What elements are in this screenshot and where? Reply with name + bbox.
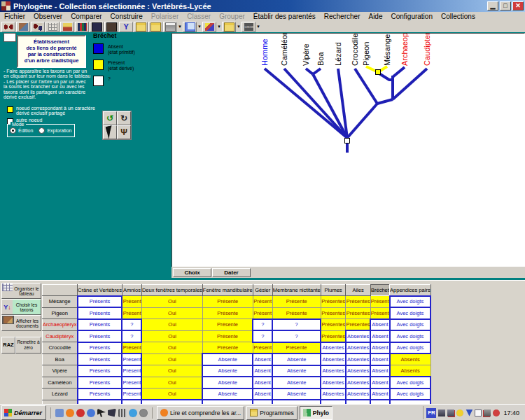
- matrix-cell[interactable]: Présents: [78, 330, 122, 342]
- column-header-crâne-et-vertèbres[interactable]: Crâne et Vertèbres: [78, 285, 122, 296]
- matrix-cell[interactable]: ?: [272, 330, 321, 342]
- taxon-button-caméléon[interactable]: Caméléon: [43, 377, 78, 388]
- matrix-cell[interactable]: Présent: [122, 388, 141, 400]
- media-player-icon[interactable]: [139, 409, 148, 417]
- matrix-cell[interactable]: Présents: [78, 307, 122, 319]
- taxon-label-vipère[interactable]: Vipère: [302, 43, 310, 66]
- matrix-cell[interactable]: Absentes: [346, 354, 370, 365]
- matrix-cell[interactable]: Présent: [370, 296, 389, 308]
- choix-icon-button[interactable]: [241, 22, 255, 32]
- matrix-cell[interactable]: Absente: [272, 354, 321, 365]
- taxon-button-vipère[interactable]: Vipère: [43, 365, 78, 377]
- menu-item-configuration[interactable]: Configuration: [386, 13, 436, 20]
- matrix-cell[interactable]: Avec doigts: [390, 330, 431, 342]
- matrix-cell[interactable]: Présente: [272, 296, 321, 308]
- rotate-icon[interactable]: ↻: [117, 111, 131, 125]
- draw-icon-button[interactable]: [202, 22, 216, 32]
- matrix-cell[interactable]: Absentes: [346, 342, 370, 354]
- matrix-cell[interactable]: Présents: [78, 388, 122, 400]
- matrix-cell[interactable]: Présentes: [321, 307, 346, 319]
- column-header-bréchet[interactable]: Bréchet: [370, 285, 389, 296]
- matrix-cell[interactable]: Avec doigts: [390, 307, 431, 319]
- taxon-label-boa[interactable]: Boa: [316, 52, 325, 66]
- matrix-cell[interactable]: Avec doigts: [390, 319, 431, 331]
- dropdown-arrow-icon[interactable]: ▼: [256, 22, 261, 32]
- column-header-deux-fenêtres-temporales[interactable]: Deux fenêtres temporales: [141, 285, 202, 296]
- taxon-label-mésange[interactable]: Mésange: [383, 34, 391, 66]
- matrix-cell[interactable]: Absente: [272, 365, 321, 377]
- matrix-cell[interactable]: ?: [122, 319, 141, 331]
- matrix-cell[interactable]: Présentes: [346, 319, 370, 331]
- matrix-cell[interactable]: Absentes: [321, 377, 346, 388]
- taxon-button-mésange[interactable]: Mésange: [43, 296, 78, 308]
- dropdown-arrow-icon[interactable]: ▼: [197, 22, 202, 32]
- matrix-cell[interactable]: Présents: [78, 342, 122, 354]
- column-header-fenêtre-mandibulaire[interactable]: Fenêtre mandibulaire: [202, 285, 253, 296]
- matrix-cell[interactable]: Absent: [370, 342, 389, 354]
- matrix-cell[interactable]: Présent: [370, 307, 389, 319]
- butterflies-icon-button[interactable]: [1, 22, 15, 32]
- minimize-button[interactable]: ▁: [487, 1, 498, 10]
- desktop-grid-icon[interactable]: [118, 409, 127, 417]
- taxon-label-pigeon[interactable]: Pigeon: [362, 42, 370, 66]
- display-icon[interactable]: [438, 410, 445, 416]
- pointer-nw-icon[interactable]: [97, 409, 106, 417]
- cladogram-icon-button[interactable]: [119, 22, 133, 32]
- choose-taxa-button[interactable]: Y↓Choisir les taxons: [1, 299, 41, 315]
- browser-e-icon[interactable]: [87, 409, 95, 417]
- matrix-cell[interactable]: Présent: [122, 354, 141, 365]
- dropdown-arrow-icon[interactable]: ▼: [217, 22, 222, 32]
- tab-dater[interactable]: Dater: [212, 268, 251, 277]
- matrix-cell[interactable]: Présente: [272, 307, 321, 319]
- matrix-cell[interactable]: Absente: [272, 388, 321, 400]
- document-icon[interactable]: [55, 409, 64, 417]
- matrix-cell[interactable]: Absentes: [321, 354, 346, 365]
- screen-image-icon-button[interactable]: [104, 22, 118, 32]
- matrix-cell[interactable]: Absentes: [346, 388, 370, 400]
- language-indicator[interactable]: FR: [426, 408, 436, 418]
- printer-icon-button[interactable]: [163, 22, 177, 32]
- matrix-cell[interactable]: Absent: [370, 377, 389, 388]
- taxon-label-lézard[interactable]: Lézard: [334, 42, 342, 66]
- matrix-cell[interactable]: Absente: [202, 377, 253, 388]
- matrix-cell[interactable]: Absents: [390, 365, 431, 377]
- matrix-cell[interactable]: Absents: [390, 354, 431, 365]
- matrix-cell[interactable]: Présent: [253, 307, 272, 319]
- matrix-cell[interactable]: Présente: [202, 307, 253, 319]
- matrix-cell[interactable]: Absent: [253, 365, 272, 377]
- photo-gallery-icon-button[interactable]: [16, 22, 30, 32]
- matrix-cell[interactable]: Oui: [141, 354, 202, 365]
- reset-button[interactable]: Remettre à zéro: [15, 337, 41, 354]
- matrix-cell[interactable]: Présent: [122, 307, 141, 319]
- matrix-cell[interactable]: Avec doigts: [390, 388, 431, 400]
- matrix-cell[interactable]: Présents: [78, 354, 122, 365]
- screen-dark-icon-button[interactable]: [90, 22, 104, 32]
- matrix-cell[interactable]: Avec doigts: [390, 296, 431, 308]
- alert-icon[interactable]: [493, 410, 500, 416]
- matrix-cell[interactable]: Présents: [78, 319, 122, 331]
- column-header-amnios[interactable]: Amnios: [122, 285, 141, 296]
- matrix-cell[interactable]: Présents: [78, 365, 122, 377]
- matrix-cell[interactable]: Oui: [141, 330, 202, 342]
- taxon-button-crocodile[interactable]: Crocodile: [43, 342, 78, 354]
- matrix-cell[interactable]: Absent: [370, 354, 389, 365]
- show-documents-button[interactable]: Afficher les documents: [1, 315, 41, 331]
- menu-item--tablir-des-parent-s[interactable]: Établir des parentés: [249, 13, 320, 20]
- matrix-cell[interactable]: Absent: [370, 319, 389, 331]
- matrix-cell[interactable]: Oui: [141, 319, 202, 331]
- matrix-cell[interactable]: Absent: [253, 377, 272, 388]
- column-header-membrane-nictitante[interactable]: Membrane nictitante: [272, 285, 321, 296]
- polarize-icon-button[interactable]: [60, 22, 74, 32]
- matrix-cell[interactable]: Oui: [141, 365, 202, 377]
- matrix-cell[interactable]: Présente: [272, 342, 321, 354]
- matrix-cell[interactable]: Oui: [141, 377, 202, 388]
- matrix-cell[interactable]: Présente: [202, 330, 253, 342]
- matrix-cell[interactable]: Absent: [253, 388, 272, 400]
- title-bar[interactable]: Phylogène - Collection sélectionnée : Ve…: [0, 0, 525, 12]
- matrix-cell[interactable]: Absentes: [321, 388, 346, 400]
- matrix-cell[interactable]: Présent: [122, 296, 141, 308]
- mode-radio-édition[interactable]: Édition: [10, 127, 33, 134]
- matrix-cell[interactable]: Présentes: [321, 296, 346, 308]
- matrix-cell[interactable]: Présent: [253, 342, 272, 354]
- matrix-cell[interactable]: Absent: [370, 365, 389, 377]
